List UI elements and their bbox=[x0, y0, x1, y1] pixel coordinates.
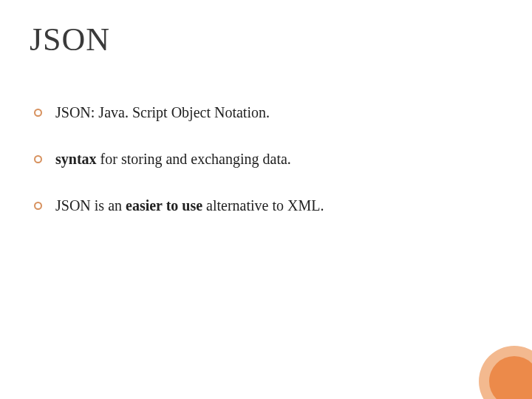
list-item: syntax for storing and exchanging data. bbox=[34, 149, 502, 169]
bullet-ring-icon bbox=[34, 202, 42, 210]
slide-title: JSON bbox=[30, 21, 502, 58]
bullet-text: syntax for storing and exchanging data. bbox=[55, 149, 291, 169]
bullet-list: JSON: Java. Script Object Notation. synt… bbox=[34, 103, 502, 216]
bullet-ring-icon bbox=[34, 109, 42, 117]
list-item: JSON: Java. Script Object Notation. bbox=[34, 103, 502, 123]
bullet-text: JSON is an easier to use alternative to … bbox=[55, 196, 324, 216]
bullet-ring-icon bbox=[34, 155, 42, 163]
bullet-text: JSON: Java. Script Object Notation. bbox=[55, 103, 270, 123]
slide: JSON JSON: Java. Script Object Notation.… bbox=[0, 0, 532, 399]
list-item: JSON is an easier to use alternative to … bbox=[34, 196, 502, 216]
